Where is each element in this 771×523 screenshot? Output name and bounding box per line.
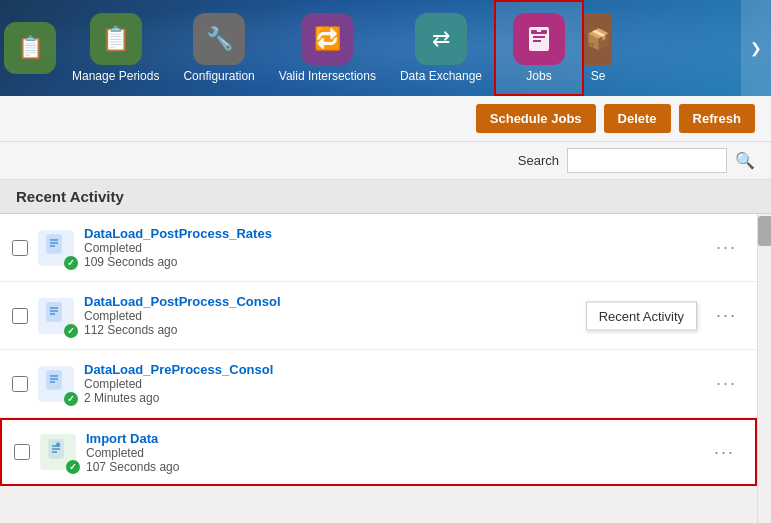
- item-menu-1[interactable]: ···: [708, 233, 745, 262]
- item-icon-1: ✓: [38, 230, 74, 266]
- item-menu-2[interactable]: ···: [708, 301, 745, 330]
- item-title-2[interactable]: DataLoad_PostProcess_Consol: [84, 294, 568, 309]
- table-row: ✓ Import Data Completed 107 Seconds ago …: [0, 418, 757, 486]
- completed-badge-3: ✓: [64, 392, 78, 406]
- item-status-3: Completed: [84, 377, 708, 391]
- completed-badge-1: ✓: [64, 256, 78, 270]
- schedule-jobs-button[interactable]: Schedule Jobs: [476, 104, 596, 133]
- search-label: Search: [518, 153, 559, 168]
- item-title-4[interactable]: Import Data: [86, 431, 706, 446]
- section-header: Recent Activity: [0, 180, 771, 214]
- item-content-3: DataLoad_PreProcess_Consol Completed 2 M…: [84, 362, 708, 405]
- search-button[interactable]: 🔍: [735, 151, 755, 170]
- jobs-icon: [513, 13, 565, 65]
- recent-activity-tooltip: Recent Activity: [586, 301, 697, 330]
- table-row: ✓ DataLoad_PostProcess_Consol Completed …: [0, 282, 757, 350]
- row-checkbox-4[interactable]: [14, 444, 30, 460]
- nav-bar: 📋 📋 Manage Periods 🔧 Configuration 🔁 Val…: [0, 0, 771, 96]
- table-row: ✓ DataLoad_PostProcess_Rates Completed 1…: [0, 214, 757, 282]
- toolbar: Schedule Jobs Delete Refresh: [0, 96, 771, 142]
- data-exchange-icon: ⇄: [415, 13, 467, 65]
- nav-item-partial-left[interactable]: 📋: [0, 0, 60, 96]
- scrollbar-thumb[interactable]: [758, 216, 771, 246]
- nav-item-configuration[interactable]: 🔧 Configuration: [171, 0, 266, 96]
- nav-item-data-exchange[interactable]: ⇄ Data Exchange: [388, 0, 494, 96]
- item-time-4: 107 Seconds ago: [86, 460, 706, 474]
- table-row: ✓ DataLoad_PreProcess_Consol Completed 2…: [0, 350, 757, 418]
- row-checkbox-3[interactable]: [12, 376, 28, 392]
- nav-item-se[interactable]: 📦 Se: [584, 0, 612, 96]
- nav-label-valid-intersections: Valid Intersections: [279, 69, 376, 83]
- item-title-1[interactable]: DataLoad_PostProcess_Rates: [84, 226, 708, 241]
- refresh-button[interactable]: Refresh: [679, 104, 755, 133]
- nav-label-jobs: Jobs: [526, 69, 551, 83]
- valid-intersections-icon: 🔁: [301, 13, 353, 65]
- nav-item-jobs[interactable]: Jobs: [494, 0, 584, 96]
- svg-rect-5: [541, 30, 547, 34]
- se-icon: 📦: [584, 13, 612, 65]
- scrollbar[interactable]: [757, 214, 771, 523]
- main-content: Schedule Jobs Delete Refresh Search 🔍 Re…: [0, 96, 771, 523]
- activity-list: ✓ DataLoad_PostProcess_Rates Completed 1…: [0, 214, 757, 486]
- item-menu-4[interactable]: ···: [706, 438, 743, 467]
- svg-rect-10: [47, 303, 61, 321]
- completed-badge-4: ✓: [66, 460, 80, 474]
- task-icon: [45, 302, 67, 329]
- row-checkbox-2[interactable]: [12, 308, 28, 324]
- section-title: Recent Activity: [16, 188, 124, 205]
- nav-icon-partial: 📋: [4, 22, 56, 74]
- search-icon: 🔍: [735, 152, 755, 169]
- right-arrow-icon: ❯: [750, 40, 762, 56]
- search-bar: Search 🔍: [0, 142, 771, 180]
- svg-rect-6: [47, 235, 61, 253]
- task-icon: [45, 234, 67, 261]
- nav-right-arrow[interactable]: ❯: [741, 0, 771, 96]
- row-checkbox-1[interactable]: [12, 240, 28, 256]
- delete-button[interactable]: Delete: [604, 104, 671, 133]
- item-content-2: DataLoad_PostProcess_Consol Completed 11…: [84, 294, 568, 337]
- item-status-2: Completed: [84, 309, 568, 323]
- item-status-4: Completed: [86, 446, 706, 460]
- svg-rect-14: [47, 371, 61, 389]
- item-content-1: DataLoad_PostProcess_Rates Completed 109…: [84, 226, 708, 269]
- nav-label-manage-periods: Manage Periods: [72, 69, 159, 83]
- svg-rect-4: [531, 30, 537, 34]
- item-status-1: Completed: [84, 241, 708, 255]
- item-title-3[interactable]: DataLoad_PreProcess_Consol: [84, 362, 708, 377]
- manage-periods-icon: 📋: [90, 13, 142, 65]
- item-icon-3: ✓: [38, 366, 74, 402]
- completed-badge-2: ✓: [64, 324, 78, 338]
- nav-item-valid-intersections[interactable]: 🔁 Valid Intersections: [267, 0, 388, 96]
- item-time-3: 2 Minutes ago: [84, 391, 708, 405]
- activity-list-container: ✓ DataLoad_PostProcess_Rates Completed 1…: [0, 214, 771, 523]
- import-icon: [47, 439, 69, 466]
- search-input[interactable]: [567, 148, 727, 173]
- nav-label-se: Se: [591, 69, 606, 83]
- item-icon-2: ✓: [38, 298, 74, 334]
- nav-label-configuration: Configuration: [183, 69, 254, 83]
- nav-item-manage-periods[interactable]: 📋 Manage Periods: [60, 0, 171, 96]
- nav-label-data-exchange: Data Exchange: [400, 69, 482, 83]
- task-icon: [45, 370, 67, 397]
- item-time-2: 112 Seconds ago: [84, 323, 568, 337]
- item-time-1: 109 Seconds ago: [84, 255, 708, 269]
- item-icon-4: ✓: [40, 434, 76, 470]
- item-content-4: Import Data Completed 107 Seconds ago: [86, 431, 706, 474]
- configuration-icon: 🔧: [193, 13, 245, 65]
- item-menu-3[interactable]: ···: [708, 369, 745, 398]
